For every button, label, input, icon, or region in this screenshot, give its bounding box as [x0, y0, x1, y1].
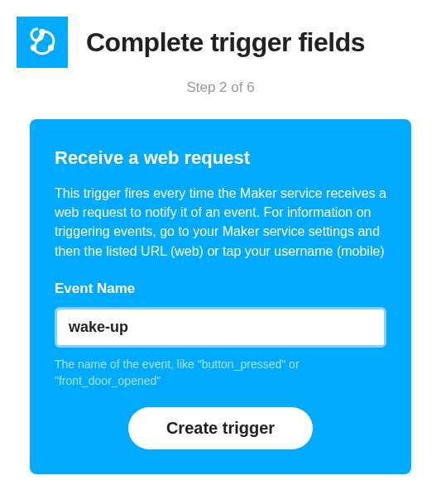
event-name-label: Event Name: [55, 281, 386, 297]
event-name-hint: The name of the event, like "button_pres…: [55, 356, 386, 390]
card-title: Receive a web request: [55, 147, 386, 169]
webhooks-icon: [25, 23, 60, 61]
event-name-input-wrap[interactable]: [55, 307, 386, 348]
page-header: Complete trigger fields: [0, 17, 441, 74]
page-title: Complete trigger fields: [86, 27, 365, 58]
create-trigger-button[interactable]: Create trigger: [128, 407, 313, 449]
card-description: This trigger fires every time the Maker …: [55, 184, 386, 261]
event-name-input[interactable]: [69, 319, 372, 336]
submit-row: Create trigger: [55, 407, 386, 449]
step-indicator: Step 2 of 6: [0, 79, 441, 96]
webhooks-icon-box: [17, 17, 68, 68]
trigger-card: Receive a web request This trigger fires…: [30, 119, 411, 474]
